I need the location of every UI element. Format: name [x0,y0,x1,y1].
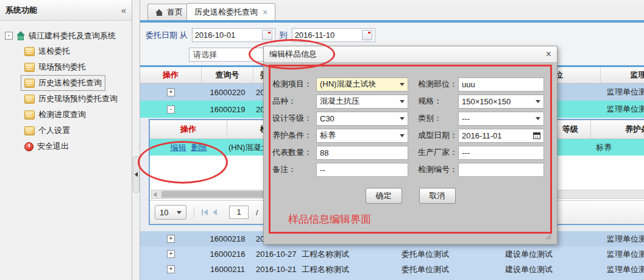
sidebar-item[interactable]: 安全退出 [21,138,73,154]
field-label: 类别： [418,113,458,124]
detail-cell-op: 编辑删除 [150,139,227,156]
text-field[interactable]: --- [458,146,544,160]
row-expander-cell: - [140,101,202,118]
field-label: 规格： [418,96,458,107]
cell-query_no: 16000219 [202,101,253,118]
date-from-input[interactable]: 2016-10-01 [192,28,275,42]
annotation-caption: 样品信息编辑界面 [288,212,371,226]
cell-query_no: 16000216 [202,246,253,262]
sidebar-header: 系统功能 « [0,0,132,21]
sidebar-item[interactable]: 现场预约委托 [21,59,90,75]
tree-root-expander-icon[interactable]: - [5,32,13,40]
dialog-title-bar[interactable]: 编辑样品信息 × [264,46,557,63]
scroll-left-arrow-icon[interactable] [154,192,157,197]
table-row[interactable]: +160002162016-10-27工程名称测试委托单位测试建设单位测试监理单… [140,246,644,262]
tab-history-query[interactable]: 历史送检委托查询 × [186,3,275,20]
table-row-partial [140,277,644,280]
chevron-down-icon [400,83,405,86]
detail-column-header[interactable]: 养护条件 [591,120,644,138]
edit-link[interactable]: 编辑 [171,142,186,153]
column-header[interactable]: 操作 [140,67,202,83]
home-tab-icon [155,9,163,16]
detail-column-header[interactable]: 操作 [150,120,227,138]
close-icon[interactable]: × [546,50,551,59]
expand-row-icon[interactable]: + [167,88,175,96]
chevron-down-icon [177,211,182,214]
power-icon [24,142,34,151]
field-value: 混凝土抗压 [320,96,359,107]
delete-link[interactable]: 删除 [191,142,207,153]
field-value: C30 [320,114,334,123]
combo-field[interactable]: 混凝土抗压 [316,95,408,109]
field-label: 设计等级： [272,113,316,124]
sidebar-item[interactable]: 检测进度查询 [21,107,90,123]
combo-field[interactable]: --- [458,112,544,126]
sidebar-collapse-icon[interactable]: « [121,5,126,15]
combo-field[interactable]: (HN)混凝土试块 [316,77,408,92]
column-header[interactable]: 监理单位 [601,67,644,83]
sidebar-title: 系统功能 [5,5,37,16]
row-expander-cell: + [140,231,202,246]
sidebar-item[interactable]: 个人设置 [21,123,74,138]
chevron-down-icon [400,100,405,103]
text-field[interactable]: uuu [458,77,544,92]
calendar-icon[interactable] [262,30,272,40]
page-number-input[interactable]: 1 [229,206,249,219]
page-size-select[interactable]: 10 [155,205,186,220]
date-to-input[interactable]: 2016-11-10 [292,28,375,42]
cell-supervisor: 监理单位测试 [601,262,644,277]
form-row: 检测项目：(HN)混凝土试块检测部位：uuu [272,76,548,93]
combo-field[interactable]: 150×150×150 [458,95,544,109]
document-icon [24,95,35,104]
tree-root-label[interactable]: 镇江建科委托及查询系统 [29,31,116,41]
previous-page-button[interactable] [213,209,217,215]
combo-field[interactable]: 标养 [316,129,408,143]
field-value: 标养 [320,130,336,141]
cell-project: 工程名称测试 [299,262,397,277]
collapse-row-icon[interactable]: - [167,106,175,113]
cancel-button[interactable]: 取消 [419,188,456,204]
text-field[interactable] [458,163,544,177]
tree-root[interactable]: - 镇江建科委托及查询系统 [5,28,129,43]
sidebar-tree-items: 送检委托现场预约委托历史送检委托查询历史现场预约委托查询检测进度查询个人设置安全… [5,43,129,154]
sidebar: 系统功能 « - 镇江建科委托及查询系统 送检委托现场预约委托历史送检委托查询历… [0,0,132,280]
pager-separator [194,207,194,218]
tab-home[interactable]: 首页 [147,4,191,20]
row-expander-cell: + [140,262,202,277]
sidebar-item[interactable]: 历史送检委托查询 [21,75,105,91]
cell-date: 2016-10-27 [253,246,299,262]
cell-client: 委托单位测试 [397,246,494,262]
calendar-icon[interactable] [362,30,372,40]
tab-strip: 首页 历史送检委托查询 × [140,0,644,20]
text-field[interactable]: -- [316,163,408,177]
field-value: -- [320,165,325,174]
first-page-button[interactable] [202,209,208,215]
expand-row-icon[interactable]: + [167,250,175,258]
tab-close-icon[interactable]: × [263,9,267,16]
field-label: 检测部位： [418,79,458,90]
field-label: 成型日期： [418,130,458,141]
calendar-icon[interactable] [533,132,540,139]
cell-query_no: 16000220 [202,84,253,101]
ok-button[interactable]: 确定 [366,188,402,204]
table-row[interactable]: +160002112016-10-21工程名称测试委托单位测试建设单位测试监理单… [140,262,644,277]
cell-date: 2016-10-21 [253,262,299,277]
cell-supervisor: 监理单位测试 [601,84,644,101]
text-field[interactable]: 88 [316,146,408,160]
sidebar-item[interactable]: 送检委托 [21,43,74,59]
resize-grip-icon[interactable] [550,238,551,239]
document-icon [24,79,35,88]
date-field-input[interactable]: 2016-11-01 [458,129,544,143]
field-value: --- [462,114,470,123]
chevron-down-icon [536,100,540,103]
expand-row-icon[interactable]: + [167,235,175,243]
combo-field[interactable]: C30 [316,112,408,126]
dialog-title: 编辑样品信息 [269,49,317,60]
column-header[interactable]: 查询号 [202,67,253,83]
expand-row-icon[interactable]: + [167,265,175,273]
sidebar-item-label: 送检委托 [38,46,70,57]
splitter-handle[interactable] [133,156,140,193]
page-size-value: 10 [160,208,168,217]
sidebar-item[interactable]: 历史现场预约委托查询 [21,91,121,107]
sidebar-splitter[interactable] [132,0,140,280]
